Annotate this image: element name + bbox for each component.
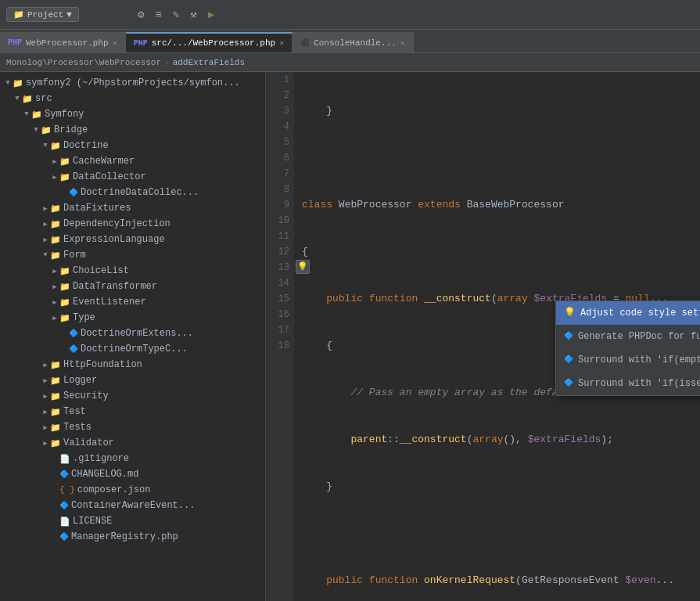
- toolbar-icon-edit[interactable]: ✎: [170, 6, 182, 23]
- tree-item-datatransformer[interactable]: 📁 DataTransformer: [0, 279, 265, 294]
- tree-item-security[interactable]: 📁 Security: [0, 388, 265, 404]
- tree-item-logger[interactable]: 📁 Logger: [0, 372, 265, 388]
- tree-label: CHANGELOG.md: [71, 469, 138, 480]
- tree-label: Type: [73, 312, 95, 323]
- toolbar-icon-menu[interactable]: ≡: [152, 7, 164, 23]
- tree-item-composer[interactable]: { } composer.json: [0, 482, 265, 498]
- breadcrumb-separator: ›: [164, 58, 170, 67]
- folder-icon: 📁: [41, 125, 52, 135]
- tree-label: Security: [63, 390, 109, 401]
- tree-label: Bridge: [54, 124, 88, 135]
- tree-item-choicelist[interactable]: 📁 ChoiceList: [0, 263, 265, 279]
- tree-label: DataCollector: [73, 171, 146, 182]
- tab-close-icon[interactable]: ✕: [113, 38, 117, 48]
- tree-item-symfony[interactable]: 📁 Symfony: [0, 106, 265, 122]
- code-line: class WebProcessor extends BaseWebProces…: [302, 197, 700, 213]
- tree-item-doctrineormextens[interactable]: 🔷 DoctrineOrmExtens...: [0, 326, 265, 341]
- tree-item-changelog[interactable]: 🔷 CHANGELOG.md: [0, 466, 265, 482]
- tree-item-gitignore[interactable]: 📄 .gitignore: [0, 451, 265, 466]
- tree-label: HttpFoundation: [63, 359, 142, 370]
- toolbar-icon-build[interactable]: ⚒: [187, 6, 199, 23]
- tree-item-containerawareevent[interactable]: 🔷 ContainerAwareEvent...: [0, 498, 265, 513]
- php-file-icon: 🔷: [69, 188, 78, 197]
- menu-item-surround-isset[interactable]: 🔷 Surround with 'if(isset($this->...rDat…: [556, 372, 700, 395]
- console-icon: ⬛: [300, 38, 310, 48]
- toolbar-icon-run[interactable]: ▶: [205, 6, 217, 23]
- php-file-icon: 🔷: [59, 501, 69, 510]
- tab-webprocessor2[interactable]: PHP src/.../WebProcessor.php ✕: [126, 32, 293, 52]
- tree-arrow: [41, 392, 50, 401]
- tree-label: Form: [63, 250, 86, 261]
- tree-arrow: [50, 283, 59, 291]
- menu-item-generate-phpdoc[interactable]: 🔷 Generate PHPDoc for function... ▶: [556, 325, 700, 348]
- toolbar-icon-settings[interactable]: ⚙: [135, 6, 147, 23]
- folder-icon: 📁: [50, 391, 61, 401]
- menu-item-surround-isempty[interactable]: 🔷 Surround with 'if(empty($this->...rDat…: [556, 348, 700, 372]
- tree-item-depinjection[interactable]: 📁 DependencyInjection: [0, 216, 265, 232]
- folder-icon: 📁: [59, 157, 70, 167]
- folder-icon: 📁: [22, 94, 33, 104]
- php-icon: 🔷: [564, 329, 573, 344]
- folder-icon: 📁: [50, 203, 61, 214]
- tab-consolehandle[interactable]: ⬛ ConsoleHandle... ✕: [293, 32, 414, 52]
- line-numbers: 1 2 3 4 5 6 7 8 9 10 11 12 13 14 15 16 1…: [266, 72, 294, 601]
- tree-arrow: [41, 142, 50, 149]
- code-editor[interactable]: 1 2 3 4 5 6 7 8 9 10 11 12 13 14 15 16 1…: [266, 72, 700, 601]
- tree-item-form[interactable]: 📁 Form: [0, 247, 265, 263]
- tree-item-eventlistener[interactable]: 📁 EventListener: [0, 294, 265, 310]
- tree-arrow: [13, 95, 22, 103]
- tree-item-src[interactable]: 📁 src: [0, 91, 265, 106]
- tree-item-managerregistry[interactable]: 🔷 ManagerRegistry.php: [0, 529, 265, 545]
- tree-label: src: [35, 93, 52, 104]
- tab-close-icon[interactable]: ✕: [400, 38, 405, 48]
- tree-label: DoctrineOrmTypeC...: [81, 344, 188, 354]
- php-file-icon: 🔷: [59, 532, 69, 542]
- code-line: [302, 526, 700, 542]
- lightbulb-gutter-icon[interactable]: 💡: [296, 260, 310, 274]
- tree-label: DataFixtures: [63, 203, 131, 214]
- tree-arrow: [31, 126, 41, 134]
- tree-item-httpfoundation[interactable]: 📁 HttpFoundation: [0, 357, 265, 372]
- file-tree[interactable]: 📁 symfony2 (~/PhpstormProjects/symfon...…: [0, 72, 266, 601]
- tree-item-validator[interactable]: 📁 Validator: [0, 435, 265, 451]
- tree-arrow: [50, 298, 59, 307]
- tree-item-cachewarmer[interactable]: 📁 CacheWarmer: [0, 153, 265, 169]
- folder-icon: 📁: [59, 266, 70, 276]
- menu-item-adjust-code-style[interactable]: 💡 Adjust code style settings: [556, 301, 700, 325]
- tree-label: .gitignore: [73, 453, 129, 464]
- tree-arrow: [50, 173, 59, 182]
- tree-item-bridge[interactable]: 📁 Bridge: [0, 122, 265, 138]
- tree-label: Symfony: [45, 109, 84, 120]
- tree-item-datafixtures[interactable]: 📁 DataFixtures: [0, 200, 265, 216]
- project-dropdown[interactable]: 📁 Project ▼: [6, 7, 79, 22]
- title-bar: 📁 Project ▼ ⚙ ≡ ✎ ⚒ ▶: [0, 0, 700, 30]
- folder-icon: 📁: [59, 313, 70, 323]
- tree-label: DoctrineOrmExtens...: [81, 328, 193, 339]
- tree-item-doctrineormtypec[interactable]: 🔷 DoctrineOrmTypeC...: [0, 341, 265, 357]
- tree-label: Validator: [63, 437, 114, 448]
- tree-label: Tests: [63, 422, 92, 433]
- context-menu: 💡 Adjust code style settings 🔷 Generate …: [555, 300, 700, 396]
- folder-icon: 📁: [50, 219, 61, 229]
- code-line: [302, 150, 700, 166]
- tree-item-doctrine[interactable]: 📁 Doctrine: [0, 138, 265, 153]
- tree-item-datacollector[interactable]: 📁 DataCollector: [0, 169, 265, 185]
- tree-item-explang[interactable]: 📁 ExpressionLanguage: [0, 232, 265, 247]
- tree-item-type[interactable]: 📁 Type: [0, 310, 265, 326]
- tree-item-tests[interactable]: 📁 Tests: [0, 419, 265, 435]
- tree-item-doctrinedatacollec[interactable]: 🔷 DoctrineDataCollec...: [0, 185, 265, 200]
- tree-arrow: [41, 439, 50, 448]
- php-icon: PHP: [134, 39, 148, 48]
- generic-file-icon: 📄: [59, 516, 70, 527]
- menu-item-label: Adjust code style settings: [580, 305, 700, 321]
- tree-label: CacheWarmer: [73, 156, 135, 167]
- tab-close-icon[interactable]: ✕: [279, 38, 284, 48]
- breadcrumb-part-2[interactable]: addExtraFields: [173, 58, 245, 67]
- tab-webprocessor1[interactable]: PHP WebProcessor.php ✕: [0, 32, 126, 52]
- php-file-icon: 🔷: [69, 344, 78, 354]
- breadcrumb-part-1[interactable]: Monolog\Processor\WebProcessor: [6, 58, 161, 67]
- tree-item-license[interactable]: 📄 LICENSE: [0, 513, 265, 529]
- tree-item-symfony2[interactable]: 📁 symfony2 (~/PhpstormProjects/symfon...: [0, 75, 265, 91]
- toolbar: ⚙ ≡ ✎ ⚒ ▶: [135, 6, 694, 23]
- tree-item-test[interactable]: 📁 Test: [0, 404, 265, 419]
